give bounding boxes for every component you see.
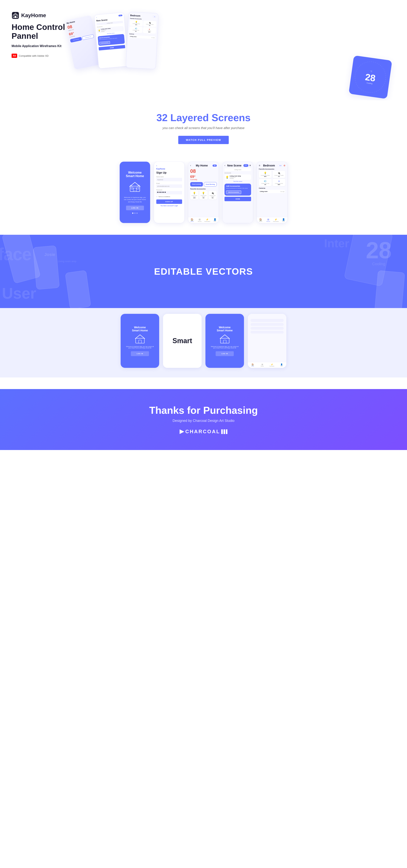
adobe-xd-icon: Xd [11,54,17,58]
svg-rect-4 [133,188,136,191]
bedroom-nav-home[interactable]: 🏠 Home [257,218,265,222]
add-accessories-sub: Select accessories to include in this sc… [226,188,249,189]
day-badge: DAY [243,164,248,167]
bedroom-fav-1: 💡 Living room lamp 60% [259,171,272,178]
bedroom-nav-home-label: Home [257,221,265,222]
done-button[interactable]: DONE [225,197,251,201]
edit-badge[interactable]: Edit [278,164,283,167]
bottom-showcase: WelcomeSmart Home Welcome to KayHome App… [0,308,407,377]
scene-back[interactable]: ‹ [225,164,225,167]
fav-item-3: 🔌 Living room outlet 0% [208,191,217,199]
nav-automation[interactable]: ⚡ Automation [203,218,211,222]
fav-item-label-3: Living room outlet [209,195,216,197]
charcoal-logo-text: CHARCOAL [180,429,228,435]
bottom-nav-home[interactable]: 🏠 Home [248,363,258,367]
bottom-house-icon-1 [135,334,145,344]
password-input[interactable] [156,191,182,194]
welcome-title: WelcomeSmart Home [126,171,144,178]
test-scene-link[interactable]: Test this scene [225,181,251,182]
nav-user[interactable]: 👤 User [211,218,219,222]
bedroom-fav-2: 🔌 Living room outlet 0% [272,171,285,178]
bottom-welcome-desc-1: Welcome to KayHome App, you can control … [125,346,155,348]
login-link-action[interactable]: Login [174,205,178,207]
accessorie-label: Accessorie [225,172,251,174]
login-button[interactable]: LOG IN [126,206,144,210]
app-showcase: WelcomeSmart Home Welcome to KayHome App… [0,161,407,235]
bottom-phone-2: Smart [163,314,202,368]
hero-phone-center: ✕ DAY New Scene Living room Accessorie 💡… [94,12,129,69]
bedroom-nav-rooms[interactable]: ⊞ Rooms [265,218,272,222]
watch-preview-button[interactable]: WATCH FULL PREVIEW [178,136,229,144]
bedroom-fan-icon: 💨 [260,180,271,183]
welcome-dots [132,213,138,214]
email-input[interactable]: johndoe@email.com [156,184,182,188]
inter-watermark: Inter [324,237,349,250]
smart-text: Smart [172,337,192,345]
nav-rooms[interactable]: ⊞ Rooms [196,218,204,222]
add-icon[interactable]: ⊕ [283,164,285,167]
bottom-phone-4: 🏠 Home ⊞ Rooms ⚡ Automation 👤 User [248,314,286,368]
bottom-welcome-2: WelcomeSmart Home Welcome to KayHome App… [205,314,244,368]
bottom-nav-rooms[interactable]: ⊞ Rooms [258,363,267,367]
myhome-phone: ‹ My Home 08 0869° Currently Good evenin… [188,161,219,223]
bedroom-fav-label: Favorite Accessories [259,168,285,170]
myhome-back[interactable]: ‹ [190,164,191,167]
hero-subtitle: Mobile Application Wireframes Kit [11,44,73,48]
bottom-login-btn-1[interactable]: LOG IN [131,351,149,356]
adobe-badge: Xd Compatible with Adobe XD [11,54,73,58]
myhome-screen: ‹ My Home 08 0869° Currently Good evenin… [188,162,219,223]
camera-name: Living room [260,191,268,192]
good-evening-btn[interactable]: Good evening [190,182,203,187]
bedroom-home-icon: 🏠 [257,218,265,221]
face-watermark: face [0,244,31,264]
myhome-time-btns: Good evening Good Morning [190,182,217,187]
nav-home-label: Home [188,221,196,222]
living-item-name: Living room lamp [230,175,241,177]
back-arrow[interactable]: ‹ [156,164,182,167]
living-item-status: Living roomHeating [230,177,241,179]
home-name-input[interactable]: KayHome [156,178,182,181]
bedroom-nav-automation[interactable]: ⚡ Automation [272,218,280,222]
bedroom-fav-val-3: 0% [260,184,271,185]
signup-button[interactable]: SIGN UP [156,199,182,204]
bedroom-fav-val-4: 80% [273,184,284,185]
bedroom-menu-icon: ≡ [259,164,260,167]
screens-section: 32 Layered Screens you can check all scr… [0,100,407,161]
bottom-nav-automation[interactable]: ⚡ Automation [267,363,277,367]
email-field: Email johndoe@email.com [156,183,182,188]
bedroom-nav-user[interactable]: 👤 User [280,218,287,222]
add-accessories-button[interactable]: Add Accessories [226,190,241,194]
bottom-nav-content [248,314,286,343]
nav-user-label: User [211,221,219,222]
bottom-nav-screen: 🏠 Home ⊞ Rooms ⚡ Automation 👤 User [248,314,286,368]
bottom-login-btn-2[interactable]: LOG IN [216,351,234,356]
add-accessories-title: Add Accessories [226,185,249,187]
outlet-icon: 🔌 [209,192,216,194]
myhome-lights-badge: 08 [212,164,217,167]
myhome-header: ‹ My Home 08 [190,164,217,167]
myhome-temp-number: 0869° [190,168,217,179]
scene-screen: ‹ New Scene DAY ✕ Living room Accessorie… [223,162,253,223]
close-icon[interactable]: ✕ [249,164,251,167]
bottom-nav-user[interactable]: 👤 User [277,363,286,367]
bedroom-fav-val-2: 0% [273,176,284,177]
screens-subtitle: you can check all screens that you'll ha… [8,126,399,130]
living-lamp-icon: 💡 [226,176,229,179]
float-phone-5 [65,270,91,308]
kayhome-logo-icon [11,11,19,19]
svg-point-8 [130,185,132,186]
bedroom-fav-4: 🌡 Living room fan 80% [272,179,285,186]
thanks-title: Thanks for Purchasing [8,404,399,416]
nav-item-bar-1 [250,319,284,322]
bedroom-nav-user-label: User [280,221,287,222]
svg-rect-5 [131,187,133,189]
nav-item-bar-4 [250,331,284,334]
good-morning-btn[interactable]: Good Morning [204,182,217,187]
nav-home[interactable]: 🏠 Home [188,218,196,222]
rooms-nav-icon: ⊞ [196,218,204,221]
cameras-label: Cameras [259,187,285,189]
login-link-row: You have a account? Login [156,205,182,207]
living-watermark: Living room amp [58,260,76,263]
bottom-phone-1: WelcomeSmart Home Welcome to KayHome App… [121,314,159,368]
hero-phone-blue: °C 28 Cooling [349,55,392,99]
